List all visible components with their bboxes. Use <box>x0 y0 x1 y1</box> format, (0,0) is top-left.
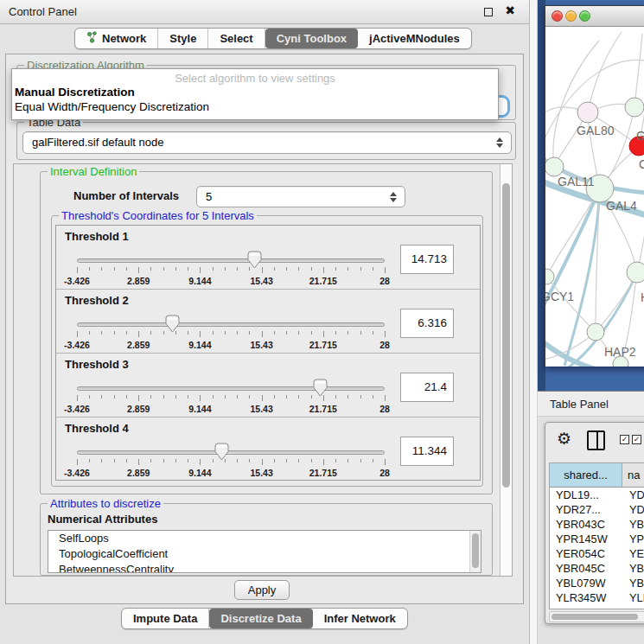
close-button[interactable] <box>552 10 563 22</box>
number-of-intervals-combobox[interactable]: 5 <box>196 186 405 207</box>
horizontal-scrollbar[interactable] <box>549 611 644 622</box>
table-data-combobox[interactable]: galFiltered.sif default node <box>22 131 512 154</box>
slider-thumb[interactable] <box>247 251 262 269</box>
algorithm-option-equal-width-frequency-discretization[interactable]: Equal Width/Frequency Discretization <box>12 99 498 114</box>
threshold-slider[interactable]: -3.4262.8599.14415.4321.71528 <box>77 438 385 478</box>
threshold-slider[interactable]: -3.4262.8599.14415.4321.71528 <box>77 310 385 350</box>
restore-icon[interactable] <box>484 8 493 16</box>
slider-tick-labels: -3.4262.8599.14415.4321.71528 <box>77 340 385 350</box>
numerical-attributes-list[interactable]: SelfLoopsTopologicalCoefficientBetweenne… <box>48 530 481 573</box>
table-row[interactable]: YDR27...YDR2... <box>550 502 644 517</box>
tab-label: Network <box>102 32 146 45</box>
zoom-button[interactable] <box>579 10 590 22</box>
slider-thumb[interactable] <box>165 315 180 333</box>
split-columns-icon[interactable] <box>587 430 605 450</box>
node-label: C <box>639 157 644 171</box>
threshold-slider[interactable]: -3.4262.8599.14415.4321.71528 <box>77 246 385 286</box>
node-label: GAL4 <box>606 199 637 213</box>
table-row[interactable]: YPR145WYPR1... <box>550 532 644 546</box>
threshold-slider[interactable]: -3.4262.8599.14415.4321.71528 <box>77 374 385 414</box>
tab-label: Style <box>169 32 196 45</box>
threshold-value-input[interactable]: 11.344 <box>400 437 454 466</box>
cell-name: YDR2... <box>622 502 644 517</box>
threshold-value-input[interactable]: 6.316 <box>400 309 454 338</box>
table-row[interactable]: YLR345WYLR3... <box>550 590 644 605</box>
network-node[interactable] <box>545 157 564 176</box>
cell-name: YER0... <box>622 546 644 561</box>
cell-name: YLR3... <box>622 590 644 605</box>
attribute-item-betweennesscentrality[interactable]: BetweennessCentrality <box>48 562 481 573</box>
slider-track <box>77 386 385 391</box>
tab-select[interactable]: Select <box>208 29 265 48</box>
threshold-value-input[interactable]: 21.4 <box>400 373 454 402</box>
node-attribute-table[interactable]: shared... na YDL19...YDL1...YDR27...YDR2… <box>549 462 644 609</box>
stepper-arrows-icon <box>496 137 505 148</box>
numerical-attributes-label: Numerical Attributes <box>48 513 157 526</box>
cell-name: YPR1... <box>622 532 644 546</box>
slider-thumb[interactable] <box>214 443 229 461</box>
tab-jactivemnodules[interactable]: jActiveMNodules <box>358 29 471 48</box>
network-node[interactable] <box>545 269 554 284</box>
slider-thumb[interactable] <box>313 379 328 397</box>
number-of-intervals-label: Number of Intervals <box>73 189 179 202</box>
attribute-item-topologicalcoefficient[interactable]: TopologicalCoefficient <box>48 546 481 562</box>
column-header-shared-name[interactable]: shared... <box>550 463 622 487</box>
slider-tick-labels: -3.4262.8599.14415.4321.71528 <box>77 404 385 414</box>
tab-style[interactable]: Style <box>158 29 208 48</box>
algorithm-popup-header: Select algorithm to view settings <box>12 72 498 85</box>
algorithm-option-manual-discretization[interactable]: Manual Discretization <box>12 85 498 99</box>
apply-button[interactable]: Apply <box>234 580 290 600</box>
tab-cyni-toolbox[interactable]: Cyni Toolbox <box>265 29 358 48</box>
thresholds-group: Threshold's Coordinates for 5 Intervals … <box>51 215 483 487</box>
cell-name: YIL0... <box>622 605 644 609</box>
number-of-intervals-value: 5 <box>206 190 212 203</box>
table-row[interactable]: YIL052CYIL0... <box>550 605 644 609</box>
cell-name: YBR0... <box>622 561 644 576</box>
node-label: GAL11 <box>558 175 595 188</box>
close-icon[interactable]: ✖ <box>505 3 515 17</box>
table-row[interactable]: YBR043CYBR0... <box>550 517 644 532</box>
table-row[interactable]: YBR045CYBR0... <box>550 561 644 576</box>
network-node[interactable] <box>577 102 598 123</box>
cell-shared-name: YPR145W <box>550 532 622 546</box>
table-panel-header: Table Panel <box>538 391 644 417</box>
attributes-group: Attributes to discretize Numerical Attri… <box>40 503 493 576</box>
tab-discretize-data[interactable]: Discretize Data <box>209 609 312 628</box>
top-tab-bar: NetworkStyleSelectCyni ToolboxjActiveMNo… <box>74 28 472 49</box>
threshold-label: Threshold 1 <box>65 230 129 243</box>
table-row[interactable]: YBL079WYBL0... <box>550 576 644 590</box>
split-pane-divider[interactable] <box>529 0 538 644</box>
bottom-tab-bar: Impute DataDiscretize DataInfer Network <box>121 608 408 629</box>
table-row[interactable]: YDL19...YDL1... <box>550 488 644 502</box>
checkbox-checked-icon[interactable]: ✓ <box>620 435 629 444</box>
slider-ticks <box>77 395 385 403</box>
column-header-name[interactable]: na <box>622 463 644 487</box>
network-node[interactable] <box>627 262 644 283</box>
control-panel-titlebar: Control Panel ✖ <box>0 0 529 24</box>
network-node[interactable] <box>625 98 644 117</box>
slider-tick-labels: -3.4262.8599.14415.4321.71528 <box>77 276 385 286</box>
threshold-value-input[interactable]: 14.713 <box>400 245 454 274</box>
slider-ticks <box>77 459 385 467</box>
control-panel-title: Control Panel <box>9 5 77 18</box>
slider-track <box>77 450 385 455</box>
vertical-scrollbar[interactable] <box>500 164 512 576</box>
node-label: GA <box>636 129 644 143</box>
tab-network[interactable]: Network <box>75 29 158 48</box>
attribute-item-selfloops[interactable]: SelfLoops <box>48 531 481 546</box>
gear-icon[interactable]: ⚙ <box>557 430 571 449</box>
algorithm-dropdown-popup: Select algorithm to view settings Manual… <box>11 68 499 120</box>
threshold-row: Threshold 4-3.4262.8599.14415.4321.71528… <box>56 418 480 481</box>
tab-impute-data[interactable]: Impute Data <box>122 609 209 628</box>
node-table-window: ⚙ ✓ ✓ shared... na YDL19...YDL1...YDR27.… <box>545 422 644 624</box>
cell-shared-name: YBL079W <box>550 576 622 590</box>
list-scrollbar[interactable] <box>469 531 481 572</box>
minimize-button[interactable] <box>565 10 577 22</box>
network-node[interactable] <box>587 323 604 341</box>
cell-shared-name: YDR27... <box>550 502 622 517</box>
tab-infer-network[interactable]: Infer Network <box>313 609 407 628</box>
table-row[interactable]: YER054CYER0... <box>550 546 644 561</box>
checkbox-checked-icon[interactable]: ✓ <box>632 435 641 444</box>
tab-label: Select <box>220 32 252 45</box>
network-canvas[interactable]: GAL80GACGAL11GAL4GCY1HHAP2 <box>545 27 644 367</box>
